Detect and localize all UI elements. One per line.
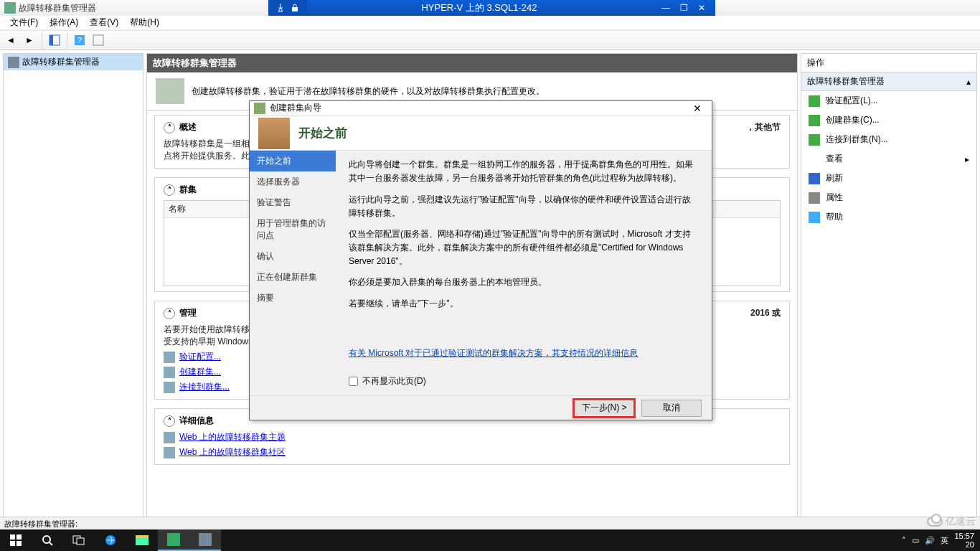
collapse-icon[interactable]: ˄ [164, 308, 175, 319]
wizard-footer: 下一步(N) > 取消 [250, 395, 712, 420]
menu-action[interactable]: 操作(A) [44, 15, 84, 30]
web-icon [164, 447, 175, 458]
action-validate[interactable]: 验证配置(L)... [801, 91, 976, 110]
time: 15:57 [954, 532, 974, 540]
action-properties[interactable]: 属性 [801, 188, 976, 207]
search-button[interactable] [32, 529, 63, 551]
nav-creating[interactable]: 正在创建新群集 [250, 267, 336, 288]
cancel-button[interactable]: 取消 [641, 400, 702, 417]
clusters-title: 群集 [179, 184, 197, 196]
server-manager-button[interactable] [158, 529, 189, 551]
link-create[interactable]: 创建群集... [179, 366, 221, 378]
forward-button[interactable]: ► [22, 32, 37, 48]
connect-icon [164, 382, 175, 393]
action-help[interactable]: 帮助 [801, 207, 976, 227]
app-title-text: 故障转移群集管理器 [19, 2, 96, 14]
svg-point-10 [43, 536, 50, 543]
collapse-icon[interactable]: ˄ [164, 122, 175, 133]
ime-indicator[interactable]: 英 [941, 535, 948, 546]
svg-rect-17 [167, 533, 180, 546]
vm-title: HYPER-V 上的 3.SQL1-242 [307, 1, 651, 14]
tray-up-icon[interactable]: ˄ [902, 536, 906, 545]
manage-extra: 2016 或 [722, 307, 781, 319]
link-validate[interactable]: 验证配置... [179, 351, 221, 363]
nav-before[interactable]: 开始之前 [250, 151, 336, 171]
action-help-label: 帮助 [826, 211, 843, 223]
action-create[interactable]: 创建群集(C)... [801, 110, 976, 130]
actions-title: 操作 [801, 53, 977, 72]
vm-close-icon[interactable]: ✕ [698, 3, 705, 13]
clock[interactable]: 15:57 20 [954, 532, 974, 549]
nav-warn[interactable]: 验证警告 [250, 192, 336, 213]
date: 20 [954, 540, 974, 549]
chevron-up-icon[interactable]: ▴ [966, 77, 971, 87]
overview-extra: ，其他节 [717, 121, 781, 133]
action-connect[interactable]: 连接到群集(N)... [801, 130, 976, 149]
wizard-para1: 此向导将创建一个群集。群集是一组协同工作的服务器，用于提高群集角色的可用性。如果… [349, 158, 699, 185]
help-button[interactable]: ? [72, 32, 88, 48]
action-connect-label: 连接到群集(N)... [826, 133, 888, 146]
checkbox-input[interactable] [349, 377, 358, 386]
action-refresh-label: 刷新 [826, 172, 843, 184]
svg-rect-13 [77, 538, 84, 545]
nav-confirm[interactable]: 确认 [250, 246, 336, 267]
start-button[interactable] [0, 529, 32, 551]
wizard-support-link[interactable]: 有关 Microsoft 对于已通过验证测试的群集解决方案，其支持情况的详细信息 [349, 348, 638, 358]
nav-summary[interactable]: 摘要 [250, 288, 336, 309]
pin-icon[interactable] [275, 3, 286, 13]
nav-select[interactable]: 选择服务器 [250, 171, 336, 192]
svg-rect-8 [10, 541, 15, 546]
svg-rect-9 [17, 541, 22, 546]
link-connect[interactable]: 连接到群集... [179, 381, 230, 393]
next-button[interactable]: 下一步(N) > [574, 400, 634, 417]
show-hide-tree-button[interactable] [47, 32, 62, 48]
wizard-title-text: 创建群集向导 [270, 102, 321, 114]
toolbar: ◄ ► ? [0, 30, 980, 50]
wizard-dont-show-checkbox[interactable]: 不再显示此页(D) [349, 375, 699, 388]
action-view-label: 查看 [826, 153, 843, 165]
link-community[interactable]: Web 上的故障转移群集社区 [179, 446, 286, 458]
action-properties-label: 属性 [826, 192, 843, 204]
menu-help[interactable]: 帮助(H) [124, 15, 165, 30]
chevron-right-icon: ▸ [965, 154, 969, 164]
cluster-manager-button[interactable] [189, 529, 221, 551]
wizard-close-button[interactable]: ✕ [687, 103, 707, 114]
taskview-button[interactable] [63, 529, 95, 551]
collapse-icon[interactable]: ˄ [164, 415, 175, 427]
collapse-icon[interactable]: ˄ [164, 184, 175, 196]
menu-view[interactable]: 查看(V) [84, 15, 124, 30]
tree-pane: 故障转移群集管理器 [3, 53, 143, 519]
nav-access[interactable]: 用于管理群集的访问点 [250, 213, 336, 246]
back-button[interactable]: ◄ [3, 32, 19, 48]
connect-icon [809, 134, 820, 146]
vm-restore-icon[interactable]: ❐ [680, 3, 688, 13]
action-refresh[interactable]: 刷新 [801, 169, 976, 188]
lock-icon[interactable] [290, 3, 300, 13]
cloud-icon [927, 517, 943, 527]
volume-icon[interactable]: 🔊 [925, 536, 935, 545]
svg-rect-16 [136, 538, 149, 545]
menu-file[interactable]: 文件(F) [4, 15, 44, 30]
svg-rect-7 [17, 534, 22, 540]
separator [67, 33, 67, 47]
ie-button[interactable] [95, 529, 126, 551]
wizard-nav: 开始之前 选择服务器 验证警告 用于管理群集的访问点 确认 正在创建新群集 摘要 [250, 151, 336, 395]
action-validate-label: 验证配置(L)... [826, 95, 878, 107]
actions-section-header: 故障转移群集管理器 ▴ [801, 72, 976, 91]
wizard-para3: 仅当全部配置(服务器、网络和存储)通过"验证配置"向导中的所有测试时，Micro… [349, 227, 699, 269]
tree-root-item[interactable]: 故障转移群集管理器 [4, 54, 143, 70]
cluster-icon [8, 57, 19, 68]
app-icon [4, 2, 16, 14]
wizard-para2: 运行此向导之前，强烈建议先运行"验证配置"向导，以确保你的硬件和硬件设置适合进行… [349, 193, 699, 220]
tree-root-label: 故障转移群集管理器 [22, 56, 100, 68]
wizard-para5: 若要继续，请单击"下一步"。 [349, 297, 699, 311]
wizard-title-bar[interactable]: 创建群集向导 ✕ [250, 101, 712, 116]
action-view[interactable]: 查看▸ [801, 149, 976, 169]
refresh-button[interactable] [90, 32, 106, 48]
svg-rect-6 [10, 534, 15, 540]
explorer-button[interactable] [126, 529, 158, 551]
network-icon[interactable]: ▭ [912, 536, 919, 545]
vm-minimize-icon[interactable]: — [661, 3, 670, 13]
svg-rect-0 [292, 7, 298, 11]
link-topics[interactable]: Web 上的故障转移群集主题 [179, 431, 286, 443]
